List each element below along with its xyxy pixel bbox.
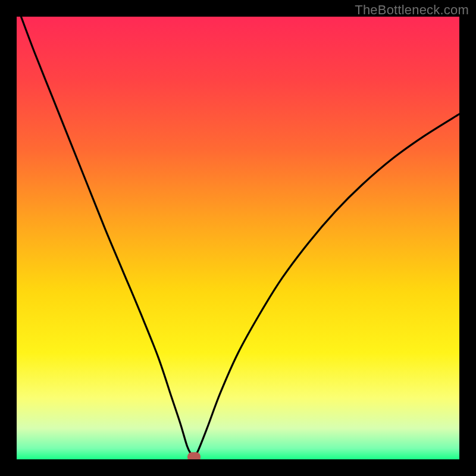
optimum-marker xyxy=(187,452,201,459)
bottleneck-curve xyxy=(17,17,459,459)
watermark-text: TheBottleneck.com xyxy=(355,2,469,18)
chart-frame: TheBottleneck.com xyxy=(0,0,476,476)
plot-area xyxy=(17,17,459,459)
